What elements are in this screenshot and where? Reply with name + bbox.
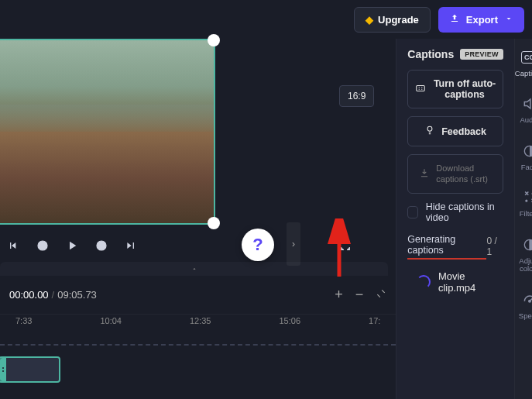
time-separator: / bbox=[52, 289, 55, 301]
fullscreen-icon[interactable] bbox=[338, 239, 352, 253]
feedback-button[interactable]: Feedback bbox=[407, 116, 503, 146]
ruler-mark: 10:04 bbox=[100, 316, 122, 325]
upload-icon bbox=[449, 13, 460, 26]
timeline-clip[interactable] bbox=[0, 356, 60, 383]
playback-controls: 5 5 bbox=[0, 225, 396, 259]
ruler-mark: 7:33 bbox=[15, 316, 32, 325]
collapse-timeline-button[interactable] bbox=[0, 262, 388, 276]
speaker-icon bbox=[520, 95, 532, 113]
total-time: 09:05.73 bbox=[57, 289, 97, 301]
lightbulb-icon bbox=[424, 125, 435, 138]
fade-icon bbox=[520, 142, 532, 160]
captions-off-icon bbox=[414, 83, 427, 96]
svg-point-5 bbox=[427, 126, 432, 131]
rail-fade-label: Fade bbox=[521, 163, 532, 171]
resize-handle-top-right[interactable] bbox=[208, 34, 220, 46]
ruler-mark: 17: bbox=[369, 316, 380, 325]
skip-start-icon[interactable] bbox=[6, 239, 20, 253]
current-time: 00:00.00 bbox=[9, 289, 49, 301]
svg-rect-4 bbox=[417, 85, 425, 91]
panel-expand-toggle[interactable]: › bbox=[287, 222, 300, 266]
filters-icon bbox=[520, 188, 532, 207]
cc-icon: CC bbox=[521, 51, 532, 64]
rail-adjust-colors[interactable]: Adjust colors bbox=[515, 236, 532, 273]
captions-panel: Captions PREVIEW Turn off auto-captions … bbox=[396, 39, 514, 399]
rail-fade[interactable]: Fade bbox=[520, 142, 532, 171]
resize-handle-bottom-right[interactable] bbox=[208, 217, 220, 229]
video-preview[interactable] bbox=[0, 39, 215, 225]
clip-grip-left[interactable] bbox=[0, 358, 6, 381]
ruler-mark: 15:06 bbox=[279, 316, 300, 325]
rail-captions[interactable]: CC Captions bbox=[515, 48, 532, 77]
rail-filters[interactable]: Filters bbox=[520, 188, 532, 218]
rail-filters-label: Filters bbox=[520, 210, 532, 218]
editor-column: 16:9 5 5 00:00.00 / 09:05.73 + − 7:33 bbox=[0, 39, 396, 399]
clip-filename: Movie clip.mp4 bbox=[438, 270, 503, 294]
turn-off-label: Turn off auto-captions bbox=[433, 78, 496, 100]
download-captions-button[interactable]: Download captions (.srt) bbox=[407, 154, 503, 194]
add-icon[interactable]: + bbox=[335, 287, 343, 303]
upgrade-button[interactable]: ◆ Upgrade bbox=[354, 7, 431, 33]
download-label: Download captions (.srt) bbox=[436, 163, 496, 185]
export-label: Export bbox=[466, 14, 498, 26]
track-divider bbox=[0, 344, 396, 347]
adjust-colors-icon bbox=[520, 236, 532, 254]
svg-point-10 bbox=[528, 300, 530, 302]
export-button[interactable]: Export bbox=[438, 7, 524, 33]
rail-speed[interactable]: Speed bbox=[519, 291, 532, 320]
right-tool-rail: CC Captions Audio Fade Filters Adjust co… bbox=[514, 39, 532, 399]
generating-progress: 0 / 1 bbox=[486, 236, 503, 257]
rewind-5-icon[interactable]: 5 bbox=[36, 239, 50, 253]
preview-badge: PREVIEW bbox=[460, 49, 503, 60]
forward-5-icon[interactable]: 5 bbox=[94, 239, 108, 253]
captions-title: Captions bbox=[407, 48, 454, 60]
minus-icon[interactable]: − bbox=[355, 287, 364, 303]
timeline-ruler[interactable]: 7:33 10:04 12:35 15:06 17: bbox=[0, 314, 396, 327]
svg-point-7 bbox=[526, 201, 527, 202]
diamond-icon: ◆ bbox=[366, 14, 373, 26]
caption-clip-row: Movie clip.mp4 bbox=[407, 270, 503, 294]
upgrade-label: Upgrade bbox=[378, 14, 419, 26]
turn-off-auto-captions-button[interactable]: Turn off auto-captions bbox=[407, 70, 503, 108]
loading-spinner-icon bbox=[417, 275, 431, 289]
generating-captions-label: Generating captions bbox=[407, 234, 486, 260]
skip-end-icon[interactable] bbox=[124, 239, 138, 253]
fit-icon[interactable] bbox=[376, 287, 386, 303]
aspect-ratio-button[interactable]: 16:9 bbox=[339, 85, 374, 107]
hide-captions-label: Hide captions in video bbox=[426, 201, 503, 223]
chevron-down-icon bbox=[504, 14, 513, 26]
rail-captions-label: Captions bbox=[515, 70, 532, 77]
rail-audio-label: Audio bbox=[520, 116, 532, 124]
speed-icon bbox=[520, 291, 532, 309]
top-bar: ◆ Upgrade Export bbox=[0, 0, 532, 39]
feedback-label: Feedback bbox=[441, 126, 486, 137]
rail-speed-label: Speed bbox=[519, 312, 532, 320]
hide-captions-checkbox[interactable]: Hide captions in video bbox=[407, 201, 503, 223]
rail-audio[interactable]: Audio bbox=[520, 95, 532, 124]
checkbox-icon bbox=[407, 206, 417, 218]
play-icon[interactable] bbox=[65, 239, 79, 253]
download-icon bbox=[419, 167, 430, 181]
rail-adjust-label: Adjust colors bbox=[515, 257, 532, 273]
time-display-row: 00:00.00 / 09:05.73 + − bbox=[0, 276, 396, 314]
ruler-mark: 12:35 bbox=[190, 316, 211, 325]
help-button[interactable]: ? bbox=[242, 229, 274, 261]
